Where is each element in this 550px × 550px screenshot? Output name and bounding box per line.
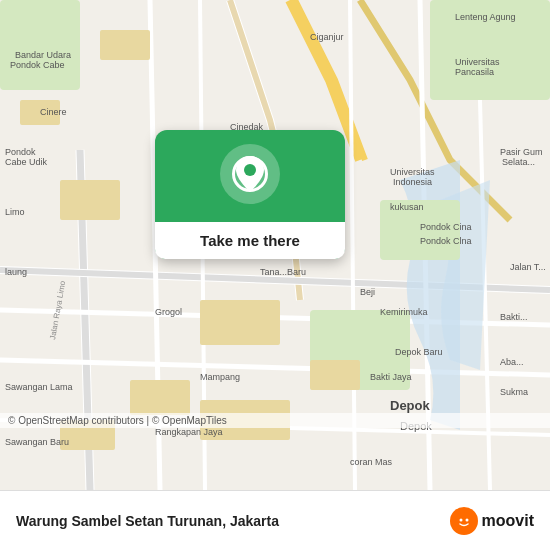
- location-name: Warung Sambel Setan Turunan, Jakarta: [16, 513, 279, 529]
- svg-rect-19: [130, 380, 190, 415]
- svg-text:Pondok Cina: Pondok Cina: [420, 222, 472, 232]
- svg-text:Bandar Udara: Bandar Udara: [15, 50, 71, 60]
- svg-text:Pondok Cabe: Pondok Cabe: [10, 60, 65, 70]
- svg-text:Sawangan Baru: Sawangan Baru: [5, 437, 69, 447]
- svg-rect-17: [60, 180, 120, 220]
- svg-text:Jalan T...: Jalan T...: [510, 262, 546, 272]
- svg-text:Sawangan Lama: Sawangan Lama: [5, 382, 73, 392]
- moovit-text: moovit: [482, 512, 534, 530]
- svg-text:Universitas: Universitas: [455, 57, 500, 67]
- take-me-there-button[interactable]: Take me there: [155, 222, 345, 259]
- svg-rect-11: [0, 0, 80, 90]
- svg-text:Sukma: Sukma: [500, 387, 528, 397]
- svg-point-60: [244, 164, 256, 176]
- svg-rect-18: [200, 300, 280, 345]
- moovit-icon: [450, 507, 478, 535]
- svg-text:Pasir Gum: Pasir Gum: [500, 147, 543, 157]
- svg-text:kukusan: kukusan: [390, 202, 424, 212]
- svg-text:Selata...: Selata...: [502, 157, 535, 167]
- pin-icon-wrap: [220, 144, 280, 204]
- svg-point-62: [459, 518, 462, 521]
- svg-text:Mampang: Mampang: [200, 372, 240, 382]
- svg-text:Grogol: Grogol: [155, 307, 182, 317]
- svg-text:Tana...Baru: Tana...Baru: [260, 267, 306, 277]
- svg-text:Pondok: Pondok: [5, 147, 36, 157]
- svg-text:Depok Baru: Depok Baru: [395, 347, 443, 357]
- svg-text:Pancasila: Pancasila: [455, 67, 494, 77]
- svg-text:Aba...: Aba...: [500, 357, 524, 367]
- svg-text:Beji: Beji: [360, 287, 375, 297]
- svg-text:Cinere: Cinere: [40, 107, 67, 117]
- pin-overlay: Take me there: [155, 130, 345, 259]
- svg-point-63: [465, 518, 468, 521]
- svg-text:Kemirimuka: Kemirimuka: [380, 307, 428, 317]
- svg-text:Depok: Depok: [390, 398, 431, 413]
- svg-text:Ciganjur: Ciganjur: [310, 32, 344, 42]
- svg-text:laung: laung: [5, 267, 27, 277]
- moovit-logo: moovit: [450, 507, 534, 535]
- svg-rect-15: [100, 30, 150, 60]
- svg-text:Cabe Udik: Cabe Udik: [5, 157, 48, 167]
- bottom-card: Warung Sambel Setan Turunan, Jakarta moo…: [0, 490, 550, 550]
- svg-rect-20: [310, 360, 360, 390]
- svg-text:Rangkapan Jaya: Rangkapan Jaya: [155, 427, 223, 437]
- svg-text:Pondok Clna: Pondok Clna: [420, 236, 472, 246]
- svg-text:Universitas: Universitas: [390, 167, 435, 177]
- svg-text:Bakti...: Bakti...: [500, 312, 528, 322]
- pin-icon: [232, 156, 268, 192]
- svg-point-61: [455, 512, 473, 530]
- svg-text:Indonesia: Indonesia: [393, 177, 432, 187]
- map-attribution: © OpenStreetMap contributors | © OpenMap…: [0, 413, 550, 428]
- svg-text:coran Mas: coran Mas: [350, 457, 393, 467]
- svg-text:Bakti Jaya: Bakti Jaya: [370, 372, 412, 382]
- pin-card: Take me there: [155, 130, 345, 259]
- map-container: Bandar Udara Pondok Cabe Cinere Pondok C…: [0, 0, 550, 490]
- svg-text:Lenteng Agung: Lenteng Agung: [455, 12, 516, 22]
- svg-text:Limo: Limo: [5, 207, 25, 217]
